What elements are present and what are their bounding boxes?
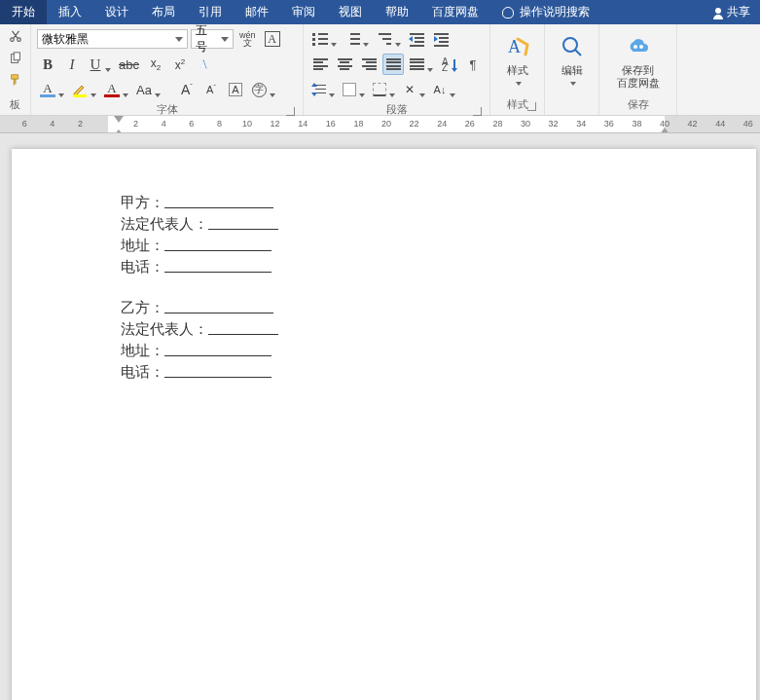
partyA-title: 甲方：: [121, 195, 164, 210]
align-center-icon: [338, 58, 352, 71]
tab-home[interactable]: 开始: [0, 0, 47, 24]
text-effects-button[interactable]: A: [194, 54, 217, 75]
enclose-chars-button[interactable]: 字: [249, 79, 277, 100]
ruler-tick: 6: [189, 119, 194, 129]
partyB-tel-blank: [164, 362, 271, 378]
phonetic-guide-button[interactable]: wén文: [236, 28, 259, 50]
ruler-tick: 24: [437, 119, 447, 129]
font-color-icon: A: [104, 82, 120, 97]
snap-to-grid-button[interactable]: ✕: [400, 79, 427, 100]
format-painter-icon[interactable]: [7, 71, 24, 89]
editing-label: 编辑: [559, 64, 586, 90]
align-right-button[interactable]: [358, 54, 380, 75]
pilcrow-icon: ¶: [470, 57, 477, 72]
phonetic-icon: wén文: [239, 31, 256, 47]
ribbon-tabs: 开始 插入 设计 布局 引用 邮件 审阅 视图 帮助 百度网盘 操作说明搜索 共…: [0, 0, 760, 24]
styles-label: 样式: [504, 64, 531, 90]
editing-group-label: [551, 110, 593, 115]
tab-layout[interactable]: 布局: [140, 0, 187, 24]
styles-group-label[interactable]: 样式: [496, 95, 538, 115]
underline-button[interactable]: U: [86, 54, 113, 75]
clear-formatting-button[interactable]: A: [225, 79, 246, 100]
superscript-button[interactable]: x2: [169, 54, 191, 75]
align-right-icon: [362, 58, 377, 71]
save-group-label: 保存: [605, 95, 670, 115]
indent-icon: [434, 33, 449, 46]
char-shading-button[interactable]: A: [37, 79, 66, 100]
show-marks-button[interactable]: ¶: [462, 54, 484, 75]
char-shade-icon: A: [40, 82, 55, 97]
line-spacing-icon: [312, 83, 326, 96]
character-border-button[interactable]: A: [262, 28, 283, 50]
tab-design[interactable]: 设计: [93, 0, 140, 24]
ruler-tick: 8: [217, 119, 222, 129]
ruler-tick: 4: [162, 119, 166, 129]
share-button[interactable]: 共享: [704, 4, 760, 20]
ruler-tick: 46: [743, 119, 753, 129]
shrink-font-button[interactable]: Aˇ: [200, 79, 222, 100]
tab-mailings[interactable]: 邮件: [234, 0, 280, 24]
styles-button[interactable]: A 样式: [495, 28, 540, 94]
tab-insert[interactable]: 插入: [47, 0, 93, 24]
ruler-tick: 12: [271, 119, 280, 129]
align-justify-button[interactable]: [382, 54, 404, 75]
svg-point-7: [639, 45, 643, 49]
partyB-title: 乙方：: [121, 300, 164, 315]
sort-button[interactable]: [438, 54, 459, 75]
tab-references[interactable]: 引用: [187, 0, 234, 24]
ruler-tick: 14: [298, 119, 308, 129]
align-left-button[interactable]: [309, 54, 331, 75]
shading-button[interactable]: [340, 79, 367, 100]
outdent-icon: [410, 33, 424, 46]
horizontal-ruler[interactable]: 8642246810121416182022242628303234363840…: [0, 116, 760, 133]
snap-icon: ✕: [405, 83, 415, 96]
font-color-button[interactable]: A: [101, 79, 130, 100]
svg-point-6: [633, 45, 637, 49]
align-distribute-button[interactable]: [407, 54, 435, 75]
tab-view[interactable]: 视图: [327, 0, 374, 24]
tell-me-label: 操作说明搜索: [520, 4, 590, 20]
save-baidu-button[interactable]: 保存到百度网盘: [608, 28, 669, 94]
share-label: 共享: [727, 4, 750, 20]
borders-button[interactable]: [370, 79, 397, 100]
strikethrough-button[interactable]: abc: [116, 54, 142, 75]
first-line-indent-marker[interactable]: [114, 116, 124, 123]
svg-rect-1: [14, 53, 19, 60]
italic-button[interactable]: I: [61, 54, 83, 75]
decrease-indent-button[interactable]: [406, 28, 427, 50]
ruler-tick: 16: [326, 119, 336, 129]
editing-button[interactable]: 编辑: [550, 28, 595, 94]
char-border-icon: A: [265, 31, 280, 47]
partyB-name-blank: [164, 298, 273, 313]
document-area[interactable]: 甲方： 法定代表人： 地址： 电话： 乙方： 法定代表人： 地址： 电话：: [0, 133, 760, 700]
page-1[interactable]: 甲方： 法定代表人： 地址： 电话： 乙方： 法定代表人： 地址： 电话：: [12, 149, 756, 700]
font-size-select[interactable]: 五号: [191, 29, 234, 49]
tell-me-search[interactable]: 操作说明搜索: [490, 4, 601, 20]
save-baidu-label: 保存到百度网盘: [617, 64, 660, 90]
highlight-button[interactable]: [69, 79, 98, 100]
partyA-tel-label: 电话：: [121, 259, 164, 275]
bullets-button[interactable]: [309, 28, 339, 50]
tab-help[interactable]: 帮助: [374, 0, 420, 24]
subscript-button[interactable]: x2: [145, 54, 166, 75]
cut-icon[interactable]: [7, 28, 24, 46]
partyA-legal-label: 法定代表人：: [121, 216, 208, 232]
multilevel-list-button[interactable]: [374, 28, 403, 50]
copy-icon[interactable]: [7, 50, 24, 67]
increase-indent-button[interactable]: [430, 28, 452, 50]
grow-font-button[interactable]: Aˆ: [176, 79, 198, 100]
highlight-icon: [72, 82, 88, 97]
group-font: 微软雅黑 五号 wén文 A B I U abc x2 x2: [31, 24, 304, 115]
align-center-button[interactable]: [334, 54, 355, 75]
change-case-button[interactable]: Aa: [133, 79, 163, 100]
partyA-addr-blank: [164, 236, 271, 251]
numbering-button[interactable]: [342, 28, 371, 50]
line-spacing-button[interactable]: [309, 79, 337, 100]
font-name-select[interactable]: 微软雅黑: [37, 29, 188, 49]
document-body[interactable]: 甲方： 法定代表人： 地址： 电话： 乙方： 法定代表人： 地址： 电话：: [121, 192, 568, 402]
tab-review[interactable]: 审阅: [280, 0, 327, 24]
group-styles: A 样式 样式: [490, 24, 545, 115]
bold-button[interactable]: B: [37, 54, 58, 75]
paragraph-spacing-button[interactable]: A↓: [430, 79, 457, 100]
tab-baidu[interactable]: 百度网盘: [420, 0, 490, 24]
